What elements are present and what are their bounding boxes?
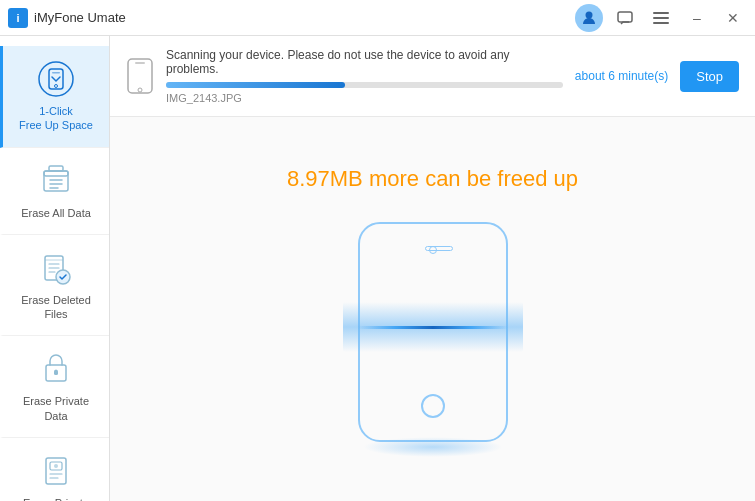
erase-private-data-icon <box>37 350 75 388</box>
svg-rect-4 <box>653 22 669 24</box>
erase-all-data-icon <box>37 162 75 200</box>
time-remaining: about 6 minute(s) <box>575 69 668 83</box>
progress-bar <box>166 82 563 88</box>
minimize-button[interactable]: – <box>683 4 711 32</box>
sidebar-item-erase-all-data[interactable]: Erase All Data <box>0 148 109 235</box>
main-layout: 1-ClickFree Up Space Erase All Data <box>0 36 755 501</box>
message-button[interactable] <box>611 4 639 32</box>
svg-point-22 <box>54 464 58 468</box>
sidebar-item-free-up-space[interactable]: 1-ClickFree Up Space <box>0 46 109 148</box>
sidebar-item-erase-private-fragments[interactable]: Erase PrivateFragments <box>0 438 109 501</box>
sidebar-label-free-up-space: 1-ClickFree Up Space <box>19 104 93 133</box>
svg-rect-25 <box>135 62 145 64</box>
scan-filename: IMG_2143.JPG <box>166 92 563 104</box>
stop-button[interactable]: Stop <box>680 61 739 92</box>
svg-point-0 <box>586 11 593 18</box>
sidebar-label-erase-private-fragments: Erase PrivateFragments <box>23 496 89 501</box>
svg-point-5 <box>39 62 73 96</box>
menu-button[interactable] <box>647 4 675 32</box>
app-title: iMyFone Umate <box>34 10 126 25</box>
progress-fill <box>166 82 345 88</box>
title-bar-left: i iMyFone Umate <box>8 8 126 28</box>
scan-bar: Scanning your device. Please do not use … <box>110 36 755 117</box>
sidebar-label-erase-deleted-files: Erase Deleted Files <box>11 293 101 322</box>
erase-private-fragments-icon <box>37 452 75 490</box>
scan-phone-icon <box>126 57 154 95</box>
app-icon: i <box>8 8 28 28</box>
sidebar-label-erase-all-data: Erase All Data <box>21 206 91 220</box>
svg-rect-1 <box>618 12 632 22</box>
content-area: Scanning your device. Please do not use … <box>110 36 755 501</box>
main-content: 8.97MB more can be freed up <box>110 117 755 501</box>
free-up-space-icon <box>37 60 75 98</box>
sidebar-label-erase-private-data: Erase Private Data <box>11 394 101 423</box>
title-bar: i iMyFone Umate – ✕ <box>0 0 755 36</box>
sidebar-item-erase-deleted-files[interactable]: Erase Deleted Files <box>0 235 109 337</box>
scan-info: Scanning your device. Please do not use … <box>166 48 563 104</box>
sidebar: 1-ClickFree Up Space Erase All Data <box>0 36 110 501</box>
phone-speaker <box>425 246 453 251</box>
sidebar-item-erase-private-data[interactable]: Erase Private Data <box>0 336 109 438</box>
svg-point-24 <box>138 88 142 92</box>
freed-up-text: 8.97MB more can be freed up <box>287 166 578 192</box>
phone-home-button <box>421 394 445 418</box>
erase-deleted-files-icon <box>37 249 75 287</box>
phone-shadow <box>363 437 503 457</box>
scan-line <box>358 326 508 329</box>
svg-rect-3 <box>653 17 669 19</box>
svg-rect-11 <box>49 166 63 171</box>
scan-message: Scanning your device. Please do not use … <box>166 48 563 76</box>
phone-illustration <box>343 212 523 452</box>
svg-rect-2 <box>653 12 669 14</box>
svg-rect-8 <box>52 72 60 74</box>
title-bar-controls: – ✕ <box>575 4 747 32</box>
svg-point-19 <box>55 370 58 373</box>
close-button[interactable]: ✕ <box>719 4 747 32</box>
user-avatar[interactable] <box>575 4 603 32</box>
